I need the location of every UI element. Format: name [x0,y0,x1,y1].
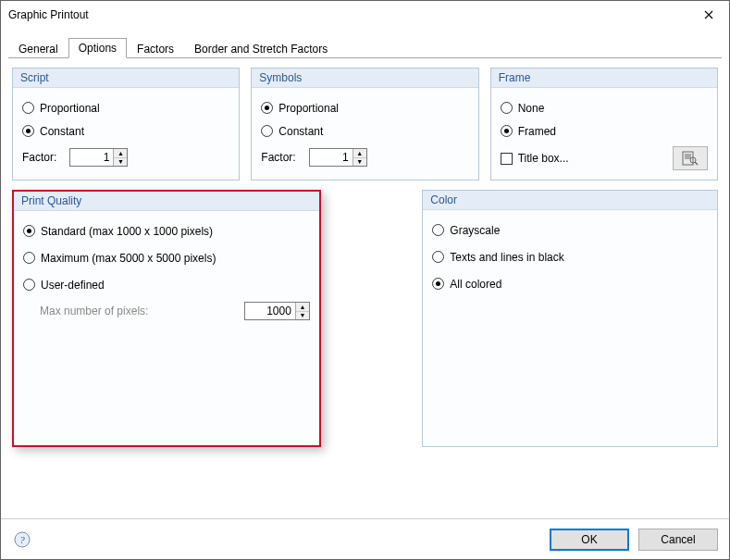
tab-options[interactable]: Options [68,38,127,58]
radio-icon [23,279,35,291]
group-frame: Frame None Framed Title box... [490,68,718,180]
symbols-factor-input[interactable] [310,149,353,166]
radio-color-grayscale[interactable]: Grayscale [432,222,708,238]
group-symbols: Symbols Proportional Constant Factor: ▲ [251,68,478,180]
group-color-title: Color [423,191,717,210]
title-box-edit-button[interactable] [673,146,708,170]
title-bar: Graphic Printout [1,1,729,29]
spin-up-icon[interactable]: ▲ [296,303,309,312]
radio-icon [22,125,34,137]
window-title: Graphic Printout [8,8,688,21]
options-tab-content: Script Proportional Constant Factor: ▲ [1,58,729,447]
factor-label: Factor: [22,151,56,164]
group-frame-title: Frame [491,68,717,88]
group-script: Script Proportional Constant Factor: ▲ [12,68,240,180]
radio-icon [22,102,34,114]
radio-label: Standard (max 1000 x 1000 pixels) [41,225,213,238]
dialog-button-bar: ? OK Cancel [1,518,729,559]
max-pixels-label: Max number of pixels: [40,305,148,317]
factor-label: Factor: [261,151,295,164]
radio-label: All colored [450,278,501,291]
radio-icon [432,224,444,236]
radio-icon [501,102,513,114]
help-button[interactable]: ? [12,529,32,550]
row-top: Script Proportional Constant Factor: ▲ [12,68,718,180]
checkbox-title-box[interactable]: Title box... [501,151,569,167]
radio-icon [261,125,273,137]
radio-frame-framed[interactable]: Framed [501,123,708,139]
symbols-factor-spinner[interactable]: ▲ ▼ [309,148,367,167]
radio-script-proportional[interactable]: Proportional [22,100,229,116]
radio-label: Constant [278,125,323,138]
group-print-quality: Print Quality Standard (max 1000 x 1000 … [12,190,321,447]
radio-icon [23,225,35,237]
radio-icon [23,252,35,264]
close-button[interactable] [688,1,729,29]
radio-icon [432,278,444,290]
checkbox-icon [501,153,513,165]
close-icon [704,10,713,19]
document-search-icon [682,151,699,166]
group-print-quality-title: Print Quality [14,192,319,211]
radio-color-texts-black[interactable]: Texts and lines in black [432,249,708,265]
radio-label: Texts and lines in black [450,251,563,264]
radio-pq-user-defined[interactable]: User-defined [23,277,310,292]
radio-label: Maximum (max 5000 x 5000 pixels) [41,252,216,265]
radio-frame-none[interactable]: None [501,100,708,116]
svg-line-5 [695,162,698,165]
spin-down-icon[interactable]: ▼ [353,158,366,167]
tab-strip: General Options Factors Border and Stret… [8,38,722,58]
group-script-title: Script [13,68,239,88]
radio-icon [261,102,273,114]
radio-label: Proportional [278,102,339,115]
radio-pq-standard[interactable]: Standard (max 1000 x 1000 pixels) [23,223,310,239]
radio-label: Proportional [40,102,100,115]
spin-down-icon[interactable]: ▼ [296,312,309,320]
spin-up-icon[interactable]: ▲ [353,149,366,158]
svg-text:?: ? [19,534,25,545]
radio-symbols-proportional[interactable]: Proportional [261,100,468,116]
radio-label: None [518,102,545,115]
checkbox-label: Title box... [518,152,569,165]
tab-general[interactable]: General [8,39,68,58]
radio-symbols-constant[interactable]: Constant [261,123,468,139]
spin-up-icon[interactable]: ▲ [114,149,127,158]
radio-label: User-defined [41,279,105,292]
radio-label: Grayscale [450,224,500,237]
radio-script-constant[interactable]: Constant [22,123,229,139]
group-color: Color Grayscale Texts and lines in black… [422,190,718,447]
cancel-button[interactable]: Cancel [638,529,718,551]
spin-down-icon[interactable]: ▼ [114,158,127,167]
script-factor-spinner[interactable]: ▲ ▼ [69,148,128,167]
help-icon: ? [14,531,31,548]
radio-icon [432,251,444,263]
row-bottom: Print Quality Standard (max 1000 x 1000 … [12,190,718,447]
max-pixels-input[interactable] [245,303,295,319]
group-symbols-title: Symbols [252,68,477,88]
radio-pq-maximum[interactable]: Maximum (max 5000 x 5000 pixels) [23,250,310,266]
radio-color-all-colored[interactable]: All colored [432,276,708,292]
radio-label: Framed [518,125,556,138]
radio-icon [501,125,513,137]
ok-button[interactable]: OK [550,529,629,551]
tab-factors[interactable]: Factors [127,39,184,58]
script-factor-input[interactable] [70,149,113,166]
tab-border-stretch[interactable]: Border and Stretch Factors [184,39,338,58]
radio-label: Constant [40,125,84,138]
max-pixels-spinner[interactable]: ▲ ▼ [244,302,310,320]
